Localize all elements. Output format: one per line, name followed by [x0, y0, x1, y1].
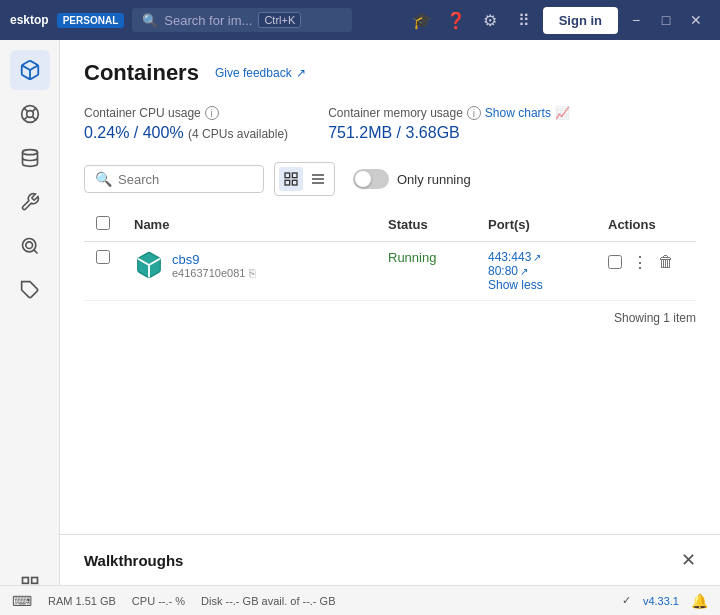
svg-line-4: [32, 116, 36, 120]
memory-label: Container memory usage i Show charts 📈: [328, 106, 570, 120]
minimize-button[interactable]: −: [622, 6, 650, 34]
row-checkbox[interactable]: [96, 250, 110, 264]
port-link-1[interactable]: 443:443 ↗: [488, 250, 584, 264]
sidebar-item-extensions[interactable]: [10, 270, 50, 310]
search-icon: 🔍: [142, 13, 158, 28]
list-view-button[interactable]: [306, 167, 330, 191]
toggle-label: Only running: [397, 172, 471, 187]
cpu-suffix: (4 CPUs available): [188, 127, 288, 141]
feedback-icon: ↗: [296, 66, 306, 80]
feedback-label: Give feedback: [215, 66, 292, 80]
layout: Containers Give feedback ↗ Container CPU…: [0, 40, 720, 615]
grid-view-button[interactable]: [279, 167, 303, 191]
sidebar-item-storage[interactable]: [10, 138, 50, 178]
global-search[interactable]: 🔍 Search for im... Ctrl+K: [132, 8, 352, 32]
svg-point-9: [25, 242, 32, 249]
page-title: Containers: [84, 60, 199, 86]
delete-button[interactable]: 🗑: [658, 253, 674, 271]
walkthroughs-close-button[interactable]: ✕: [681, 549, 696, 571]
select-all-header: [84, 208, 122, 242]
notification-icon[interactable]: 🔔: [691, 593, 708, 609]
ram-stat: RAM 1.51 GB: [48, 595, 116, 607]
svg-rect-18: [292, 180, 297, 185]
feedback-link[interactable]: Give feedback ↗: [215, 66, 306, 80]
container-name-icon-row: cbs9 e4163710e081 ⎘: [134, 250, 364, 280]
row-ports-cell: 443:443 ↗ 80:80 ↗ Show less: [476, 242, 596, 301]
window-buttons: − □ ✕: [622, 6, 710, 34]
sidebar-item-tools[interactable]: [10, 182, 50, 222]
show-less-button[interactable]: Show less: [488, 278, 584, 292]
settings-icon[interactable]: ⚙: [475, 5, 505, 35]
container-icon: [134, 250, 164, 280]
svg-rect-12: [22, 578, 28, 584]
svg-line-10: [33, 250, 37, 254]
external-link-icon-2: ↗: [520, 266, 528, 277]
port-link-2[interactable]: 80:80 ↗: [488, 264, 584, 278]
status-badge: Running: [388, 250, 436, 265]
cpu-value: 0.24% / 400% (4 CPUs available): [84, 124, 288, 142]
disk-stat: Disk --.- GB avail. of --.- GB: [201, 595, 335, 607]
status-header: Status: [376, 208, 476, 242]
search-box[interactable]: 🔍: [84, 165, 264, 193]
table-row: cbs9 e4163710e081 ⎘ Running: [84, 242, 696, 301]
topbar: esktop PERSONAL 🔍 Search for im... Ctrl+…: [0, 0, 720, 40]
svg-rect-13: [31, 578, 37, 584]
actions-cell: ⋮ 🗑: [608, 250, 684, 274]
graduation-icon[interactable]: 🎓: [407, 5, 437, 35]
only-running-toggle[interactable]: Only running: [353, 169, 471, 189]
row-name-cell: cbs9 e4163710e081 ⎘: [122, 242, 376, 301]
memory-info-icon[interactable]: i: [467, 106, 481, 120]
cpu-info-icon[interactable]: i: [205, 106, 219, 120]
container-id: e4163710e081 ⎘: [172, 267, 256, 279]
page-header: Containers Give feedback ↗: [84, 60, 696, 86]
maximize-button[interactable]: □: [652, 6, 680, 34]
svg-point-2: [26, 111, 33, 118]
memory-value: 751.2MB / 3.68GB: [328, 124, 570, 142]
search-icon: 🔍: [95, 171, 112, 187]
memory-stat: Container memory usage i Show charts 📈 7…: [328, 106, 570, 142]
sidebar-item-monitor[interactable]: [10, 226, 50, 266]
svg-line-5: [32, 108, 36, 112]
stats-row: Container CPU usage i 0.24% / 400% (4 CP…: [84, 106, 696, 142]
sidebar-item-containers[interactable]: [10, 50, 50, 90]
search-input[interactable]: [118, 172, 253, 187]
signin-button[interactable]: Sign in: [543, 7, 618, 34]
grid-icon[interactable]: ⠿: [509, 5, 539, 35]
name-header: Name: [122, 208, 376, 242]
svg-line-6: [24, 116, 28, 120]
action-checkbox[interactable]: [608, 255, 622, 269]
walkthroughs-panel: Walkthroughs ✕: [60, 534, 720, 585]
sidebar: [0, 40, 60, 615]
view-toggle: [274, 162, 335, 196]
checkmark-icon: ✓: [622, 594, 631, 607]
search-shortcut: Ctrl+K: [258, 12, 301, 28]
version-label: v4.33.1: [643, 595, 679, 607]
walkthroughs-title: Walkthroughs: [84, 552, 183, 569]
svg-rect-19: [285, 180, 290, 185]
svg-rect-17: [292, 173, 297, 178]
terminal-icon[interactable]: ⌨: [12, 593, 32, 609]
row-status-cell: Running: [376, 242, 476, 301]
close-button[interactable]: ✕: [682, 6, 710, 34]
select-all-checkbox[interactable]: [96, 216, 110, 230]
container-info: cbs9 e4163710e081 ⎘: [172, 252, 256, 279]
toggle-switch[interactable]: [353, 169, 389, 189]
cpu-stat: CPU --.- %: [132, 595, 185, 607]
copy-icon[interactable]: ⎘: [249, 267, 256, 279]
sidebar-item-cluster[interactable]: [10, 94, 50, 134]
container-name[interactable]: cbs9: [172, 252, 256, 267]
containers-table: Name Status Port(s) Actions: [84, 208, 696, 301]
toolbar: 🔍 Only runnin: [84, 162, 696, 196]
actions-header: Actions: [596, 208, 696, 242]
row-checkbox-cell: [84, 242, 122, 301]
chart-icon: 📈: [555, 106, 570, 120]
row-actions-cell: ⋮ 🗑: [596, 242, 696, 301]
show-charts-button[interactable]: Show charts 📈: [485, 106, 570, 120]
personal-badge: PERSONAL: [57, 13, 125, 28]
showing-count: Showing 1 item: [84, 301, 696, 335]
cpu-stat: Container CPU usage i 0.24% / 400% (4 CP…: [84, 106, 288, 142]
help-icon[interactable]: ❓: [441, 5, 471, 35]
cpu-label: Container CPU usage i: [84, 106, 288, 120]
more-actions-button[interactable]: ⋮: [628, 250, 652, 274]
topbar-icons: 🎓 ❓ ⚙ ⠿ Sign in − □ ✕: [407, 5, 710, 35]
